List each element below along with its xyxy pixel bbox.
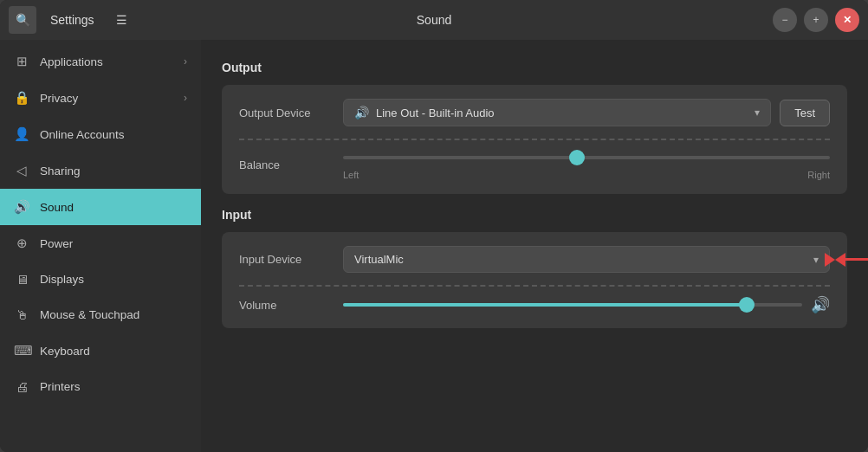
sidebar-item-label: Applications (40, 55, 103, 68)
online-accounts-icon: 👤 (14, 126, 29, 142)
output-section-title: Output (222, 61, 847, 74)
arrow-line (845, 258, 868, 261)
dropdown-arrow-icon: ▾ (755, 107, 760, 119)
balance-slider-track (343, 156, 830, 159)
output-device-row: Output Device 🔊 Line Out - Built-in Audi… (239, 99, 830, 126)
sidebar-item-label: Keyboard (40, 345, 90, 358)
balance-labels: Left Right (343, 170, 830, 180)
window-controls: − + ✕ (773, 8, 859, 32)
sidebar-item-printers[interactable]: 🖨 Printers (0, 369, 201, 404)
balance-label: Balance (239, 158, 343, 171)
test-button[interactable]: Test (780, 100, 830, 126)
close-button[interactable]: ✕ (835, 8, 859, 32)
input-device-label: Input Device (239, 253, 343, 266)
output-device-value: Line Out - Built-in Audio (376, 107, 748, 119)
balance-right-label: Right (807, 170, 830, 180)
input-device-dropdown[interactable]: VirtualMic ▾ (343, 246, 830, 273)
red-arrow-annotation (825, 253, 868, 267)
displays-icon: 🖥 (14, 272, 29, 287)
sidebar-item-label: Sound (40, 201, 74, 214)
chevron-right-icon: › (184, 55, 187, 68)
app-title: Settings (43, 13, 101, 27)
close-icon: ✕ (843, 14, 852, 26)
balance-slider-container (343, 149, 830, 166)
printers-icon: 🖨 (14, 379, 29, 394)
sidebar-item-label: Mouse & Touchpad (40, 308, 139, 321)
titlebar: 🔍 Settings ☰ Sound − + ✕ (0, 0, 868, 40)
sidebar-item-label: Privacy (40, 92, 78, 105)
volume-slider-container (343, 296, 802, 313)
output-device-label: Output Device (239, 107, 343, 119)
sidebar-item-label: Displays (40, 273, 84, 286)
volume-row: Volume 🔊 (239, 295, 830, 314)
sidebar-item-sound[interactable]: 🔊 Sound (0, 189, 201, 225)
menu-button[interactable]: ☰ (108, 6, 136, 34)
titlebar-left: 🔍 Settings ☰ (9, 6, 136, 34)
sidebar: ⊞ Applications › 🔒 Privacy › 👤 Online Ac… (0, 40, 201, 452)
chevron-right-icon: › (184, 92, 187, 104)
volume-control: 🔊 (343, 295, 830, 314)
search-button[interactable]: 🔍 (9, 6, 36, 34)
sidebar-item-label: Sharing (40, 165, 81, 178)
maximize-button[interactable]: + (804, 8, 828, 32)
sidebar-item-applications[interactable]: ⊞ Applications › (0, 43, 201, 80)
settings-window: 🔍 Settings ☰ Sound − + ✕ ⊞ Applicat (0, 0, 868, 452)
volume-slider-track (343, 303, 802, 307)
volume-slider-thumb[interactable] (739, 297, 755, 313)
balance-row: Balance Left Right (239, 149, 830, 180)
input-card: Input Device VirtualMic ▾ (222, 232, 847, 328)
main-content: Output Output Device 🔊 Line Out - Built-… (201, 40, 868, 452)
keyboard-icon: ⌨ (14, 343, 29, 358)
volume-speaker-icon: 🔊 (811, 295, 830, 314)
search-icon: 🔍 (16, 13, 30, 27)
volume-label: Volume (239, 299, 343, 312)
balance-control: Left Right (343, 149, 830, 180)
privacy-icon: 🔒 (14, 90, 29, 106)
sidebar-item-privacy[interactable]: 🔒 Privacy › (0, 80, 201, 116)
input-device-value: VirtualMic (354, 253, 806, 266)
sidebar-item-label: Power (40, 237, 73, 250)
balance-slider-thumb[interactable] (569, 150, 585, 165)
input-section-title: Input (222, 208, 847, 222)
sidebar-item-label: Printers (40, 380, 81, 393)
content-area: ⊞ Applications › 🔒 Privacy › 👤 Online Ac… (0, 40, 868, 452)
window-title: Sound (417, 13, 451, 27)
sidebar-item-online-accounts[interactable]: 👤 Online Accounts (0, 116, 201, 152)
audio-device-icon: 🔊 (354, 106, 369, 119)
sidebar-item-displays[interactable]: 🖥 Displays (0, 262, 201, 297)
input-section: Input Input Device VirtualMic ▾ (222, 208, 847, 328)
maximize-icon: + (813, 14, 819, 26)
output-card: Output Device 🔊 Line Out - Built-in Audi… (222, 85, 847, 194)
sidebar-item-label: Online Accounts (40, 128, 125, 141)
input-device-row: Input Device VirtualMic ▾ (239, 246, 830, 273)
sound-icon: 🔊 (14, 199, 29, 215)
sharing-icon: ◁ (14, 163, 29, 178)
dropdown-arrow-icon: ▾ (813, 254, 819, 266)
output-device-dropdown[interactable]: 🔊 Line Out - Built-in Audio ▾ (343, 99, 771, 126)
applications-icon: ⊞ (14, 54, 29, 69)
input-level-bar (239, 285, 830, 287)
volume-fill (343, 303, 747, 307)
minimize-icon: − (781, 14, 787, 26)
menu-icon: ☰ (116, 13, 127, 27)
output-level-bar (239, 139, 830, 140)
sidebar-item-sharing[interactable]: ◁ Sharing (0, 152, 201, 189)
sidebar-item-keyboard[interactable]: ⌨ Keyboard (0, 333, 201, 369)
sidebar-item-mouse-touchpad[interactable]: 🖱 Mouse & Touchpad (0, 297, 201, 333)
balance-left-label: Left (343, 170, 359, 180)
output-section: Output Output Device 🔊 Line Out - Built-… (222, 61, 847, 194)
arrow-head-icon (825, 253, 845, 267)
minimize-button[interactable]: − (773, 8, 797, 32)
mouse-icon: 🖱 (14, 307, 29, 322)
sidebar-item-power[interactable]: ⊕ Power (0, 225, 201, 262)
power-icon: ⊕ (14, 236, 29, 251)
